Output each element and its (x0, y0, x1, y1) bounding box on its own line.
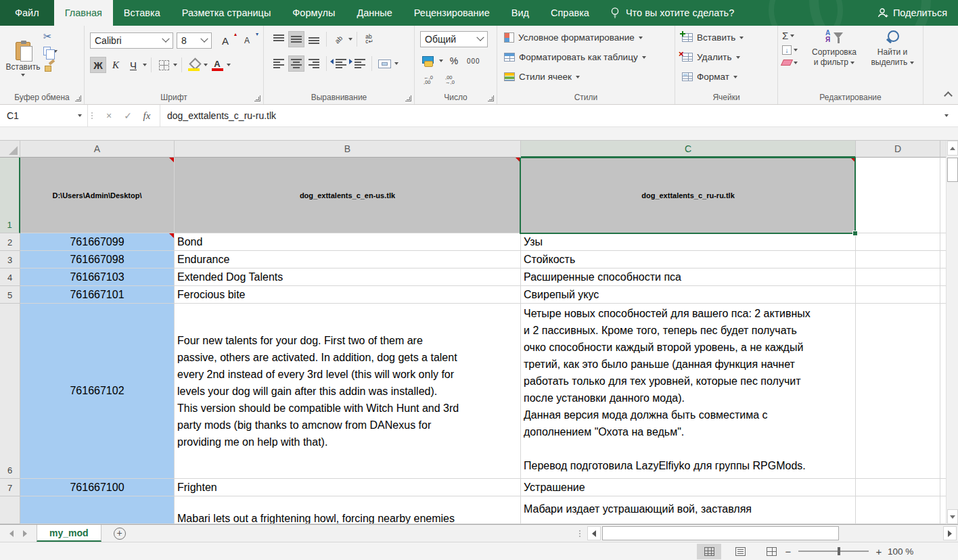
format-as-table-button[interactable]: Форматировать как таблицу (504, 52, 646, 62)
autosum-button[interactable]: Σ (782, 31, 798, 41)
share-button[interactable]: Поделиться (877, 0, 947, 26)
cell-A7[interactable]: 761667100 (20, 479, 175, 496)
cell-B[interactable]: Mabari lets out a frightening howl, forc… (175, 496, 521, 524)
name-box[interactable]: C1 (0, 105, 88, 126)
row-header-partial[interactable] (0, 496, 20, 524)
cell-D3[interactable] (856, 251, 940, 269)
row-header-3[interactable]: 3 (0, 251, 20, 269)
column-header-B[interactable]: B (175, 141, 521, 158)
next-sheet-button[interactable] (23, 530, 27, 537)
cell-styles-button[interactable]: Стили ячеек (504, 72, 580, 82)
formula-bar-resizer[interactable] (88, 105, 96, 126)
column-header-A[interactable]: A (20, 141, 175, 158)
column-header-D[interactable]: D (856, 141, 940, 158)
cell-A5[interactable]: 761667101 (20, 286, 175, 304)
cell-A6[interactable]: 761667102 (20, 304, 175, 479)
horizontal-scrollbar[interactable] (585, 525, 958, 542)
scroll-up-button[interactable] (947, 141, 958, 156)
cell-A3[interactable]: 761667098 (20, 251, 175, 269)
font-size-select[interactable]: 8 (177, 32, 212, 49)
scroll-right-button[interactable] (943, 526, 957, 540)
ribbon-tab-data[interactable]: Данные (346, 0, 403, 26)
column-header-C[interactable]: C (521, 141, 856, 158)
row-header-5[interactable]: 5 (0, 286, 20, 304)
percent-style-button[interactable]: % (446, 53, 462, 69)
font-color-dropdown-caret[interactable] (227, 64, 231, 66)
ribbon-tab-home[interactable]: Главная (54, 0, 113, 26)
cell-B1[interactable]: dog_exttalents_c_en-us.tlk (175, 158, 521, 233)
cell-D5[interactable] (856, 286, 940, 304)
cell-B4[interactable]: Extended Dog Talents (175, 269, 521, 286)
number-format-select[interactable]: Общий (420, 31, 488, 47)
cell-A4[interactable]: 761667103 (20, 269, 175, 286)
align-right-button[interactable] (306, 55, 322, 72)
copy-button[interactable] (43, 47, 78, 55)
cell-D7[interactable] (856, 479, 940, 496)
page-break-view-button[interactable] (759, 544, 783, 559)
orientation-button[interactable]: ab (331, 31, 347, 47)
previous-sheet-button[interactable] (9, 530, 14, 537)
cell-B3[interactable]: Endurance (175, 251, 521, 269)
comma-style-button[interactable]: 000 (465, 53, 482, 69)
select-all-corner[interactable] (0, 141, 20, 158)
zoom-slider[interactable] (798, 551, 869, 552)
font-name-select[interactable]: Calibri (90, 32, 173, 49)
underline-button[interactable]: Ч (125, 57, 141, 73)
sort-filter-button[interactable]: АЯ Сортировкаи фильтр (806, 30, 862, 68)
bold-button[interactable]: Ж (90, 57, 106, 73)
conditional-formatting-button[interactable]: Условное форматирование (504, 32, 643, 43)
wrap-text-button[interactable]: abc↵ (361, 31, 378, 47)
cell-C4[interactable]: Расширенные способности пса (521, 269, 856, 286)
decrease-indent-button[interactable] (331, 55, 348, 72)
borders-button[interactable] (156, 57, 172, 73)
cell-B7[interactable]: Frighten (175, 479, 521, 496)
font-dialog-launcher[interactable] (254, 95, 260, 101)
scroll-left-button[interactable] (587, 526, 601, 540)
cell-B6[interactable]: Four new talents for your dog. First two… (175, 304, 521, 479)
new-sheet-button[interactable]: + (114, 528, 126, 540)
decrease-font-size-button[interactable]: A▾ (239, 32, 255, 49)
format-painter-icon[interactable] (43, 61, 55, 72)
delete-cells-button[interactable]: Удалить (682, 52, 740, 62)
cell-C7[interactable]: Устрашение (521, 479, 856, 496)
number-dialog-launcher[interactable] (488, 95, 494, 101)
increase-font-size-button[interactable]: A▴ (217, 32, 233, 49)
scroll-down-button[interactable] (947, 509, 958, 524)
increase-indent-button[interactable] (350, 55, 367, 72)
borders-dropdown-caret[interactable] (173, 64, 177, 66)
merge-dropdown-caret[interactable] (394, 62, 398, 65)
clipboard-dialog-launcher[interactable] (75, 95, 81, 101)
collapse-ribbon-chevron[interactable] (944, 91, 953, 100)
insert-function-button[interactable]: fx (138, 107, 156, 124)
accounting-dropdown-caret[interactable] (439, 60, 443, 62)
expand-formula-bar-button[interactable] (935, 105, 958, 126)
enter-button[interactable]: ✓ (119, 107, 137, 124)
row-header-7[interactable]: 7 (0, 479, 20, 496)
cancel-button[interactable]: × (100, 107, 118, 124)
cell-B5[interactable]: Ferocious bite (175, 286, 521, 304)
ribbon-tab-review[interactable]: Рецензирование (403, 0, 501, 26)
cell-C[interactable]: Мабари издает устрашающий вой, заставляя (521, 496, 856, 524)
cell-A1[interactable]: D:\Users\Admin\Desktop\ (20, 158, 175, 233)
cell-C6[interactable]: Четыре новых способностей для вашего пса… (521, 304, 856, 479)
orientation-dropdown-caret[interactable] (348, 38, 352, 41)
align-middle-button[interactable] (288, 31, 304, 47)
sheet-tab-my-mod[interactable]: my_mod (37, 525, 101, 542)
row-header-6[interactable]: 6 (0, 304, 20, 479)
row-header-1[interactable]: 1 (0, 158, 20, 233)
cell-D6[interactable] (856, 304, 940, 479)
zoom-out-button[interactable]: − (783, 546, 793, 557)
fill-color-button[interactable] (186, 57, 202, 73)
tab-strip-splitter[interactable] (575, 525, 585, 542)
row-header-2[interactable]: 2 (0, 233, 20, 251)
cell-D1[interactable] (856, 158, 940, 233)
zoom-in-button[interactable]: + (874, 546, 884, 557)
clear-button[interactable] (782, 60, 798, 66)
font-color-button[interactable]: A (209, 57, 225, 73)
paste-button[interactable]: Вставить (5, 30, 41, 88)
format-cells-button[interactable]: Формат (682, 72, 737, 82)
align-center-button[interactable] (288, 55, 304, 72)
decrease-decimal-button[interactable]: ,00 →,0 (442, 72, 458, 88)
ribbon-tab-help[interactable]: Справка (540, 0, 600, 26)
cell-A[interactable] (20, 496, 175, 524)
